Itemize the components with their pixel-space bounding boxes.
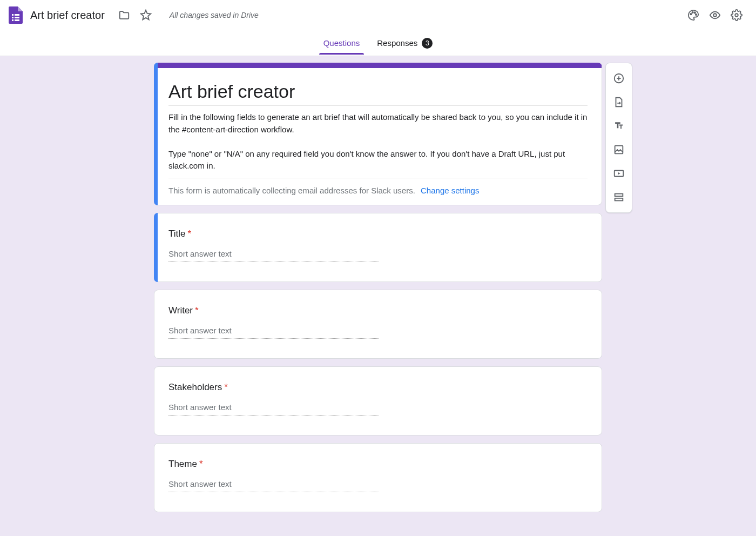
question-label[interactable]: Title* <box>168 229 588 239</box>
form-title-header[interactable]: Art brief creator <box>30 9 105 22</box>
short-answer-placeholder: Short answer text <box>168 249 379 262</box>
short-answer-placeholder: Short answer text <box>168 479 379 492</box>
short-answer-placeholder: Short answer text <box>168 326 379 339</box>
import-questions-icon[interactable] <box>606 90 632 114</box>
svg-point-6 <box>690 14 691 15</box>
add-question-icon[interactable] <box>606 66 632 90</box>
svg-point-10 <box>713 14 717 17</box>
required-star-icon: * <box>188 229 192 239</box>
question-label[interactable]: Writer* <box>168 305 588 316</box>
add-title-icon[interactable] <box>606 114 632 138</box>
question-label[interactable]: Stakeholders* <box>168 382 588 393</box>
preview-icon[interactable] <box>704 4 726 26</box>
question-card[interactable]: Title*Short answer text <box>154 213 602 282</box>
svg-rect-3 <box>15 17 19 18</box>
form-canvas: Art brief creator Fill in the following … <box>0 56 756 536</box>
form-container: Art brief creator Fill in the following … <box>154 63 602 512</box>
customize-theme-icon[interactable] <box>683 4 704 26</box>
tab-questions-label: Questions <box>323 38 360 48</box>
app-header: Art brief creator All changes saved in D… <box>0 0 756 30</box>
tabs-row: Questions Responses 3 <box>0 30 756 56</box>
add-video-icon[interactable] <box>606 162 632 185</box>
question-card[interactable]: Stakeholders*Short answer text <box>154 366 602 435</box>
responses-count-badge: 3 <box>422 38 433 49</box>
svg-point-9 <box>696 14 697 15</box>
svg-point-7 <box>692 12 693 13</box>
svg-rect-18 <box>615 198 623 201</box>
email-collection-notice: This form is automatically collecting em… <box>168 186 588 195</box>
required-star-icon: * <box>224 382 228 392</box>
settings-icon[interactable] <box>726 4 747 26</box>
forms-logo-icon[interactable] <box>9 6 23 24</box>
required-star-icon: * <box>199 459 203 469</box>
required-star-icon: * <box>195 305 199 316</box>
tab-responses[interactable]: Responses 3 <box>368 31 441 55</box>
saved-status: All changes saved in Drive <box>170 11 259 19</box>
form-header-card[interactable]: Art brief creator Fill in the following … <box>154 63 602 205</box>
tab-questions[interactable]: Questions <box>315 32 369 54</box>
change-settings-link[interactable]: Change settings <box>421 186 479 195</box>
question-card[interactable]: Theme*Short answer text <box>154 443 602 512</box>
svg-point-11 <box>735 14 738 17</box>
form-description[interactable]: Fill in the following fields to generate… <box>168 111 588 178</box>
question-card[interactable]: Writer*Short answer text <box>154 290 602 359</box>
star-icon[interactable] <box>135 4 157 26</box>
svg-rect-2 <box>12 17 14 18</box>
move-to-folder-icon[interactable] <box>113 4 135 26</box>
svg-rect-15 <box>615 146 623 154</box>
svg-rect-0 <box>12 14 14 16</box>
svg-point-8 <box>694 12 696 13</box>
add-image-icon[interactable] <box>606 138 632 162</box>
svg-rect-5 <box>15 19 19 21</box>
question-label[interactable]: Theme* <box>168 459 588 470</box>
short-answer-placeholder: Short answer text <box>168 403 379 416</box>
tab-responses-label: Responses <box>377 38 417 48</box>
svg-rect-1 <box>15 14 19 16</box>
add-section-icon[interactable] <box>606 185 632 209</box>
side-toolbar <box>605 63 632 213</box>
svg-rect-17 <box>615 194 623 197</box>
form-title-text[interactable]: Art brief creator <box>168 81 588 106</box>
svg-rect-4 <box>12 19 14 21</box>
